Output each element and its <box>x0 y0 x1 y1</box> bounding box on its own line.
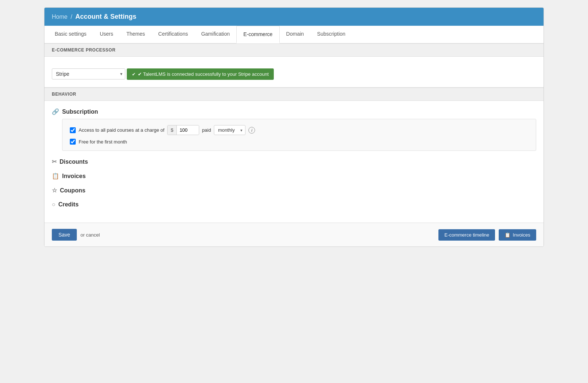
ecommerce-section-header: E-COMMERCE PROCESSOR <box>44 43 544 57</box>
tab-ecommerce[interactable]: E-commerce <box>236 26 279 43</box>
frequency-select[interactable]: monthly yearly <box>214 125 245 135</box>
paid-label: paid <box>202 127 211 133</box>
discounts-icon: ✂ <box>52 158 57 165</box>
processor-select-wrapper[interactable]: Stripe PayPal 2Checkout ▾ <box>52 68 125 79</box>
credits-title-row[interactable]: ○ Credits <box>52 201 536 208</box>
check-icon: ✔ <box>132 72 136 77</box>
coupons-icon: ☆ <box>52 187 57 194</box>
access-row: Access to all paid courses at a charge o… <box>70 125 528 135</box>
tab-basic-settings[interactable]: Basic settings <box>48 26 93 43</box>
discounts-title-label: Discounts <box>60 159 88 165</box>
page-header: Home / Account & Settings <box>44 8 544 26</box>
page-title: Account & Settings <box>75 13 136 20</box>
free-month-checkbox[interactable] <box>70 139 76 145</box>
invoices-title-row[interactable]: 📋 Invoices <box>52 173 536 180</box>
ecommerce-section-title: E-COMMERCE PROCESSOR <box>52 47 536 53</box>
processor-select[interactable]: Stripe PayPal 2Checkout <box>52 68 125 79</box>
subscription-title-label: Subscription <box>62 109 98 115</box>
subscription-box: Access to all paid courses at a charge o… <box>62 119 536 151</box>
free-month-label: Free for the first month <box>79 139 127 145</box>
behavior-section-title: BEHAVIOR <box>52 92 536 97</box>
behavior-content: 🔗 Subscription Access to all paid course… <box>44 101 544 223</box>
tab-subscription[interactable]: Subscription <box>311 26 352 43</box>
info-icon[interactable]: i <box>248 127 255 134</box>
cancel-link[interactable]: or cancel <box>80 232 100 238</box>
coupons-subsection: ☆ Coupons <box>52 187 536 194</box>
free-month-row: Free for the first month <box>70 139 528 145</box>
dollar-sign: $ <box>168 125 176 135</box>
invoices-icon: 📋 <box>52 173 59 180</box>
credits-title-label: Credits <box>58 201 79 208</box>
footer-left: Save or cancel <box>52 229 100 241</box>
access-label: Access to all paid courses at a charge o… <box>79 127 164 133</box>
subscription-subsection: 🔗 Subscription Access to all paid course… <box>52 108 536 151</box>
connection-success-badge: ✔ ✔ TalentLMS is connected successfully … <box>127 68 274 80</box>
credits-icon: ○ <box>52 201 55 208</box>
success-message-text: ✔ TalentLMS is connected successfully to… <box>138 71 269 77</box>
breadcrumb-home[interactable]: Home <box>52 14 68 20</box>
ecommerce-timeline-button[interactable]: E-commerce timeline <box>438 229 495 241</box>
invoices-subsection: 📋 Invoices <box>52 173 536 180</box>
tab-themes[interactable]: Themes <box>120 26 152 43</box>
invoices-btn-icon: 📋 <box>505 232 510 238</box>
frequency-select-wrapper[interactable]: monthly yearly ▾ <box>214 125 245 135</box>
subscription-title-row[interactable]: 🔗 Subscription <box>52 108 536 115</box>
discounts-title-row[interactable]: ✂ Discounts <box>52 158 536 165</box>
invoices-button[interactable]: 📋 Invoices <box>499 229 536 241</box>
tab-users[interactable]: Users <box>93 26 120 43</box>
breadcrumb: Home / Account & Settings <box>52 13 536 21</box>
invoices-title-label: Invoices <box>62 173 86 180</box>
subscription-icon: 🔗 <box>52 108 59 115</box>
coupons-title-row[interactable]: ☆ Coupons <box>52 187 536 194</box>
behavior-section-header: BEHAVIOR <box>44 88 544 101</box>
save-button[interactable]: Save <box>52 229 77 241</box>
dollar-input-group: $ <box>167 125 199 135</box>
credits-subsection: ○ Credits <box>52 201 536 208</box>
breadcrumb-separator: / <box>71 14 72 20</box>
tabs-bar: Basic settings Users Themes Certificatio… <box>44 26 544 43</box>
access-checkbox[interactable] <box>70 127 76 133</box>
coupons-title-label: Coupons <box>60 187 85 194</box>
tab-certifications[interactable]: Certifications <box>152 26 195 43</box>
discounts-subsection: ✂ Discounts <box>52 158 536 165</box>
page-footer: Save or cancel E-commerce timeline 📋 Inv… <box>44 223 544 247</box>
invoices-btn-label: Invoices <box>513 232 530 238</box>
amount-input[interactable] <box>177 125 199 135</box>
ecommerce-section-body: Stripe PayPal 2Checkout ▾ ✔ ✔ TalentLMS … <box>44 57 544 87</box>
footer-right: E-commerce timeline 📋 Invoices <box>438 229 536 241</box>
tab-gamification[interactable]: Gamification <box>194 26 236 43</box>
tab-domain[interactable]: Domain <box>280 26 311 43</box>
